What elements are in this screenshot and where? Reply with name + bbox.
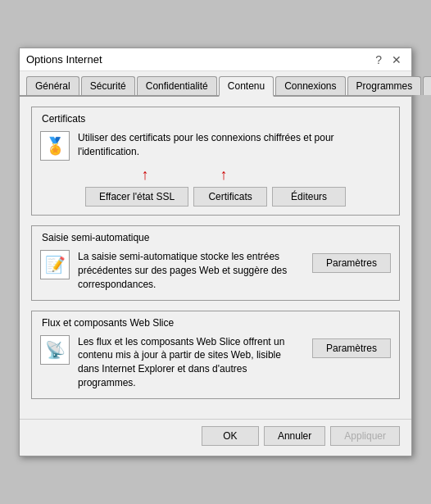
flux-section-title: Flux et composants Web Slice	[39, 317, 177, 329]
tab-securite[interactable]: Sécurité	[81, 76, 135, 95]
dialog-footer: OK Annuler Appliquer	[20, 419, 411, 456]
arrow-ssl-icon: ↑	[142, 167, 149, 182]
saisie-description: La saisie semi-automatique stocke les en…	[78, 250, 304, 291]
tab-content: Certificats 🏅 Utiliser des certificats p…	[20, 97, 411, 419]
flux-btn-container: Paramètres	[312, 335, 391, 358]
flux-parametres-button[interactable]: Paramètres	[312, 338, 391, 358]
apply-button[interactable]: Appliquer	[330, 426, 400, 446]
certificats-section-title: Certificats	[39, 113, 88, 125]
certificats-buttons: Effacer l'état SSL Certificats Éditeurs	[40, 187, 391, 207]
editeurs-button[interactable]: Éditeurs	[272, 187, 346, 207]
effacer-ssl-button[interactable]: Effacer l'état SSL	[85, 187, 188, 207]
flux-section-body: 📡 Les flux et les composants Web Slice o…	[32, 329, 399, 398]
flux-description: Les flux et les composants Web Slice off…	[78, 335, 304, 390]
help-button[interactable]: ?	[372, 54, 385, 66]
title-bar-controls: ? ✕	[372, 54, 405, 66]
certificats-section: Certificats 🏅 Utiliser des certificats p…	[31, 107, 400, 216]
tab-general[interactable]: Général	[26, 76, 79, 95]
ok-button[interactable]: OK	[202, 426, 259, 446]
certificats-description-row: 🏅 Utiliser des certificats pour les conn…	[40, 131, 391, 161]
tab-programmes[interactable]: Programmes	[347, 76, 422, 95]
saisie-btn-container: Paramètres	[312, 250, 391, 273]
saisie-parametres-button[interactable]: Paramètres	[312, 253, 391, 273]
tabs-bar: Général Sécurité Confidentialité Contenu…	[20, 71, 411, 97]
saisie-icon: 📝	[40, 250, 70, 279]
tab-contenu[interactable]: Contenu	[219, 76, 274, 97]
dialog-window: Options Internet ? ✕ Général Sécurité Co…	[19, 48, 412, 456]
close-button[interactable]: ✕	[388, 54, 405, 66]
saisie-row: 📝 La saisie semi-automatique stocke les …	[40, 250, 391, 291]
certificats-button[interactable]: Certificats	[193, 187, 267, 207]
flux-icon: 📡	[40, 335, 70, 365]
certificate-icon: 🏅	[40, 131, 70, 161]
dialog-title: Options Internet	[26, 53, 102, 66]
flux-row: 📡 Les flux et les composants Web Slice o…	[40, 335, 391, 390]
title-bar: Options Internet ? ✕	[20, 48, 411, 71]
cancel-button[interactable]: Annuler	[264, 426, 325, 446]
saisie-section-body: 📝 La saisie semi-automatique stocke les …	[32, 243, 399, 299]
flux-section: Flux et composants Web Slice 📡 Les flux …	[31, 311, 400, 399]
tab-connexions[interactable]: Connexions	[275, 76, 345, 95]
saisie-section: Saisie semi-automatique 📝 La saisie semi…	[31, 225, 400, 300]
certificats-description: Utiliser des certificats pour les connex…	[78, 131, 391, 159]
saisie-section-title: Saisie semi-automatique	[39, 232, 152, 243]
arrow-cert-icon: ↑	[220, 167, 228, 182]
certificats-section-body: 🏅 Utiliser des certificats pour les conn…	[32, 125, 399, 215]
tab-avance[interactable]: Avancé	[423, 76, 431, 95]
tab-confidentialite[interactable]: Confidentialité	[137, 76, 217, 95]
